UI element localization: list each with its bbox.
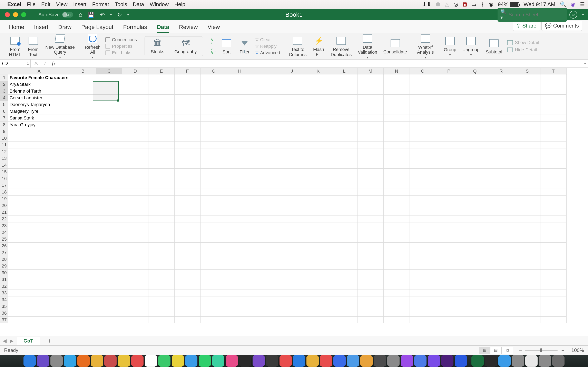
dock-app-itunes[interactable] bbox=[226, 355, 238, 367]
cell-B5[interactable] bbox=[70, 101, 96, 108]
cell-I36[interactable] bbox=[253, 310, 279, 317]
cell-M19[interactable] bbox=[357, 196, 383, 202]
cell-F10[interactable] bbox=[174, 135, 200, 142]
cell-Q22[interactable] bbox=[462, 216, 488, 222]
cell-D27[interactable] bbox=[122, 249, 148, 256]
dock-app-notes[interactable] bbox=[118, 355, 130, 367]
row-header-16[interactable]: 16 bbox=[0, 175, 8, 182]
cell-H21[interactable] bbox=[227, 209, 253, 216]
cell-T18[interactable] bbox=[540, 189, 566, 196]
cell-H3[interactable] bbox=[227, 88, 253, 95]
cell-F24[interactable] bbox=[174, 229, 200, 236]
column-header-Q[interactable]: Q bbox=[462, 68, 488, 75]
dock-app-cal-2[interactable] bbox=[104, 355, 117, 367]
cell-H7[interactable] bbox=[227, 115, 253, 122]
cell-G5[interactable] bbox=[200, 101, 227, 108]
cell-N24[interactable] bbox=[383, 229, 410, 236]
cell-R29[interactable] bbox=[488, 263, 514, 269]
cell-J18[interactable] bbox=[279, 189, 305, 196]
cell-H2[interactable] bbox=[227, 81, 253, 88]
cell-I11[interactable] bbox=[253, 142, 279, 149]
cell-T17[interactable] bbox=[540, 182, 566, 189]
cell-P4[interactable] bbox=[436, 95, 462, 101]
cell-O3[interactable] bbox=[410, 88, 436, 95]
name-box-up-icon[interactable]: ▲ bbox=[27, 61, 29, 64]
cell-C8[interactable] bbox=[96, 122, 122, 128]
cell-T34[interactable] bbox=[540, 296, 566, 303]
cell-N7[interactable] bbox=[383, 115, 410, 122]
cell-E35[interactable] bbox=[148, 303, 174, 310]
dock-app-w-b[interactable] bbox=[333, 355, 346, 367]
cell-C19[interactable] bbox=[96, 196, 122, 202]
cell-C13[interactable] bbox=[96, 155, 122, 162]
cell-C21[interactable] bbox=[96, 209, 122, 216]
cell-R33[interactable] bbox=[488, 290, 514, 296]
share-button[interactable]: ⇪Share bbox=[513, 21, 540, 31]
cell-R35[interactable] bbox=[488, 303, 514, 310]
cell-M10[interactable] bbox=[357, 135, 383, 142]
cell-N2[interactable] bbox=[383, 81, 410, 88]
cell-F19[interactable] bbox=[174, 196, 200, 202]
cell-J11[interactable] bbox=[279, 142, 305, 149]
cell-O18[interactable] bbox=[410, 189, 436, 196]
cell-Q36[interactable] bbox=[462, 310, 488, 317]
row-header-18[interactable]: 18 bbox=[0, 189, 8, 196]
cell-H8[interactable] bbox=[227, 122, 253, 128]
cell-L12[interactable] bbox=[331, 149, 357, 155]
cell-A15[interactable] bbox=[8, 169, 70, 175]
cell-K17[interactable] bbox=[305, 182, 331, 189]
cell-H36[interactable] bbox=[227, 310, 253, 317]
cell-I33[interactable] bbox=[253, 290, 279, 296]
dock-app-teams[interactable] bbox=[414, 355, 426, 367]
cell-B25[interactable] bbox=[70, 236, 96, 243]
cell-E23[interactable] bbox=[148, 222, 174, 229]
cell-P22[interactable] bbox=[436, 216, 462, 222]
cell-F3[interactable] bbox=[174, 88, 200, 95]
cell-R25[interactable] bbox=[488, 236, 514, 243]
cell-P17[interactable] bbox=[436, 182, 462, 189]
cell-I25[interactable] bbox=[253, 236, 279, 243]
cell-L36[interactable] bbox=[331, 310, 357, 317]
cell-A6[interactable]: Margaery Tyrell bbox=[8, 108, 70, 115]
cell-C16[interactable] bbox=[96, 175, 122, 182]
cell-P35[interactable] bbox=[436, 303, 462, 310]
cell-A24[interactable] bbox=[8, 229, 70, 236]
cell-A16[interactable] bbox=[8, 175, 70, 182]
cell-B14[interactable] bbox=[70, 162, 96, 169]
cell-S23[interactable] bbox=[514, 222, 540, 229]
cell-Q6[interactable] bbox=[462, 108, 488, 115]
cell-H34[interactable] bbox=[227, 296, 253, 303]
cell-L37[interactable] bbox=[331, 317, 357, 323]
cell-T13[interactable] bbox=[540, 155, 566, 162]
cell-N13[interactable] bbox=[383, 155, 410, 162]
cell-N28[interactable] bbox=[383, 256, 410, 263]
cell-J12[interactable] bbox=[279, 149, 305, 155]
dock-app-slack[interactable] bbox=[441, 355, 453, 367]
cell-E12[interactable] bbox=[148, 149, 174, 155]
row-header-3[interactable]: 3 bbox=[0, 88, 8, 95]
cell-H35[interactable] bbox=[227, 303, 253, 310]
row-header-15[interactable]: 15 bbox=[0, 169, 8, 175]
row-header-35[interactable]: 35 bbox=[0, 303, 8, 310]
whatif-analysis-button[interactable]: What-If Analysis▾ bbox=[416, 32, 435, 60]
cell-C37[interactable] bbox=[96, 317, 122, 323]
row-header-20[interactable]: 20 bbox=[0, 202, 8, 209]
cell-E32[interactable] bbox=[148, 283, 174, 290]
cell-P18[interactable] bbox=[436, 189, 462, 196]
cell-E36[interactable] bbox=[148, 310, 174, 317]
cell-S1[interactable] bbox=[514, 75, 540, 81]
cell-P19[interactable] bbox=[436, 196, 462, 202]
cell-L13[interactable] bbox=[331, 155, 357, 162]
cell-T9[interactable] bbox=[540, 128, 566, 135]
cell-D28[interactable] bbox=[122, 256, 148, 263]
row-header-36[interactable]: 36 bbox=[0, 310, 8, 317]
cell-R1[interactable] bbox=[488, 75, 514, 81]
cell-S7[interactable] bbox=[514, 115, 540, 122]
cell-B37[interactable] bbox=[70, 317, 96, 323]
cell-N29[interactable] bbox=[383, 263, 410, 269]
cell-F6[interactable] bbox=[174, 108, 200, 115]
cell-N20[interactable] bbox=[383, 202, 410, 209]
cell-Q11[interactable] bbox=[462, 142, 488, 149]
cell-M18[interactable] bbox=[357, 189, 383, 196]
cell-E7[interactable] bbox=[148, 115, 174, 122]
